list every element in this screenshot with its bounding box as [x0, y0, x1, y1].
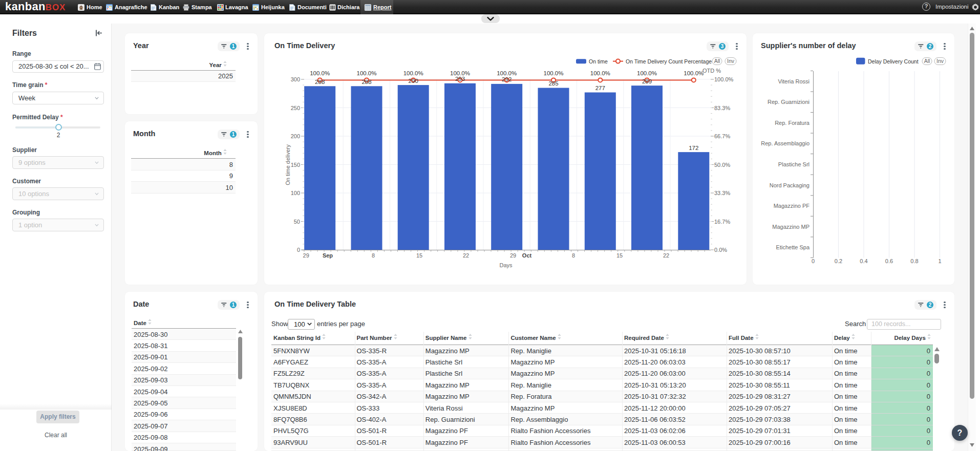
svg-text:Oct: Oct: [522, 252, 532, 259]
svg-text:300: 300: [291, 76, 300, 82]
svg-text:100.0%: 100.0%: [310, 70, 330, 76]
svg-text:16.7%: 16.7%: [714, 219, 730, 225]
svg-text:Nord Packaging: Nord Packaging: [770, 182, 809, 188]
svg-text:293: 293: [455, 76, 465, 82]
svg-text:100.0%: 100.0%: [450, 70, 470, 76]
svg-text:290: 290: [409, 78, 418, 84]
svg-text:100.0%: 100.0%: [637, 70, 657, 76]
svg-text:15: 15: [416, 252, 422, 259]
svg-text:0: 0: [297, 247, 300, 253]
svg-text:0: 0: [812, 258, 815, 264]
svg-text:22: 22: [463, 252, 469, 259]
svg-text:On Time Delivery Count Percent: On Time Delivery Count Percentage: [626, 58, 712, 65]
svg-text:All: All: [924, 58, 930, 64]
svg-text:Plastiche Srl: Plastiche Srl: [778, 161, 809, 167]
svg-text:100.0%: 100.0%: [714, 76, 734, 82]
svg-text:150: 150: [291, 162, 300, 168]
svg-text:22: 22: [663, 252, 669, 259]
svg-text:285: 285: [548, 80, 558, 87]
svg-text:100.0%: 100.0%: [590, 70, 610, 76]
svg-text:100: 100: [291, 190, 300, 196]
svg-text:100.0%: 100.0%: [497, 70, 517, 76]
svg-text:Delay Delivery Count: Delay Delivery Count: [868, 58, 919, 65]
svg-text:8: 8: [372, 252, 375, 259]
svg-text:On time: On time: [589, 58, 608, 65]
svg-text:292: 292: [502, 76, 512, 82]
svg-text:250: 250: [291, 105, 300, 111]
svg-text:200: 200: [291, 133, 300, 139]
svg-text:50.0%: 50.0%: [714, 162, 730, 168]
svg-text:288: 288: [361, 79, 371, 85]
svg-text:Rep. Assemblaggio: Rep. Assemblaggio: [761, 140, 809, 146]
svg-text:Etichette Spa: Etichette Spa: [776, 244, 810, 250]
svg-text:50: 50: [294, 219, 300, 225]
svg-text:100.0%: 100.0%: [684, 70, 704, 76]
svg-text:100.0%: 100.0%: [543, 70, 563, 76]
svg-text:On time delivery: On time delivery: [285, 144, 291, 185]
svg-text:0.8: 0.8: [910, 258, 918, 264]
svg-text:0.6: 0.6: [885, 258, 893, 264]
svg-text:Inv: Inv: [727, 58, 735, 64]
svg-text:0.2: 0.2: [835, 258, 842, 264]
svg-text:All: All: [714, 58, 720, 64]
svg-text:OTD %: OTD %: [702, 68, 721, 74]
svg-text:288: 288: [315, 79, 325, 85]
svg-text:33.3%: 33.3%: [714, 190, 730, 196]
svg-text:66.7%: 66.7%: [714, 133, 730, 139]
svg-text:83.3%: 83.3%: [714, 105, 730, 111]
svg-text:100.0%: 100.0%: [403, 70, 423, 76]
svg-text:0.0%: 0.0%: [714, 247, 727, 253]
svg-text:29: 29: [510, 252, 516, 259]
svg-text:1: 1: [938, 258, 941, 264]
svg-text:Days: Days: [499, 262, 513, 268]
svg-text:277: 277: [595, 85, 605, 91]
svg-text:15: 15: [616, 252, 623, 259]
svg-text:100.0%: 100.0%: [356, 70, 376, 76]
svg-text:289: 289: [642, 78, 652, 84]
svg-text:29: 29: [303, 252, 309, 259]
svg-text:Magazzino MP: Magazzino MP: [772, 224, 809, 230]
svg-text:0.4: 0.4: [860, 258, 867, 264]
svg-text:Rep. Foratura: Rep. Foratura: [775, 120, 810, 126]
svg-text:8: 8: [572, 252, 575, 259]
svg-text:Magazzino PF: Magazzino PF: [774, 203, 810, 209]
svg-text:Viteria Rossi: Viteria Rossi: [778, 78, 809, 84]
svg-text:Inv: Inv: [936, 58, 944, 64]
svg-text:Rep. Guarnizioni: Rep. Guarnizioni: [768, 99, 809, 105]
svg-text:Sep: Sep: [323, 252, 333, 259]
svg-text:172: 172: [689, 145, 698, 151]
